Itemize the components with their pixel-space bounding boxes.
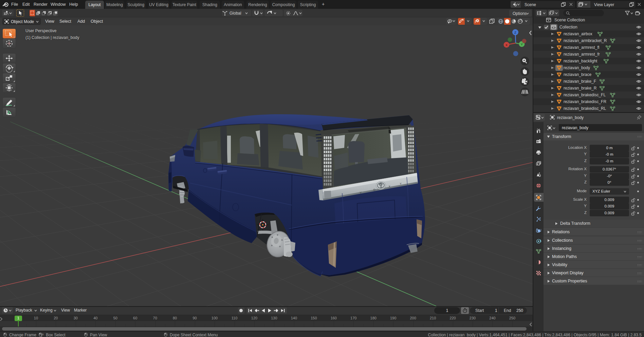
- svg-text:O: O: [373, 188, 375, 192]
- svg-text:X: X: [505, 43, 508, 47]
- svg-text:Y: Y: [521, 43, 523, 46]
- svg-text:Z: Z: [514, 31, 516, 34]
